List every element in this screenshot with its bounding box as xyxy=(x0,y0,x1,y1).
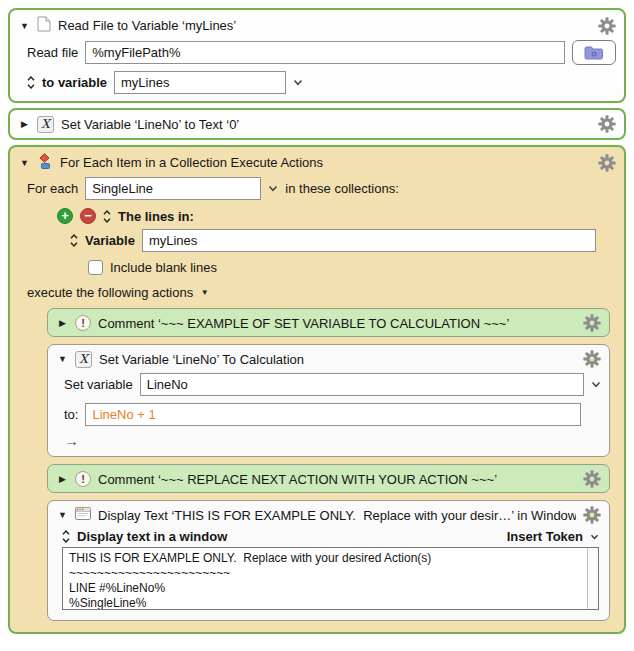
result-arrow-icon xyxy=(64,434,79,449)
action-set-variable-text: Set Variable ‘LineNo’ to Text ‘0’ xyxy=(8,108,626,140)
scrollbar[interactable] xyxy=(587,548,598,609)
set-variable-label: Set variable xyxy=(64,377,133,392)
for-each-icon xyxy=(37,153,53,172)
folder-icon xyxy=(584,45,604,60)
comment-exclamation-icon xyxy=(75,471,91,487)
execute-disclosure-icon[interactable] xyxy=(200,288,209,297)
chevron-down-icon[interactable] xyxy=(590,534,599,540)
action-title: Display Text ‘THIS IS FOR EXAMPLE ONLY. … xyxy=(98,508,576,523)
document-icon xyxy=(37,16,51,35)
display-mode-label: Display text in a window xyxy=(77,529,227,544)
to-label: to: xyxy=(64,407,78,422)
action-set-variable-calculation: Set Variable ‘LineNo’ To Calculation Set… xyxy=(47,344,610,457)
popup-updown-icon xyxy=(27,76,35,89)
include-blank-lines-checkbox[interactable] xyxy=(88,260,103,275)
display-text-content: THIS IS FOR EXAMPLE ONLY. Replace with y… xyxy=(63,548,598,610)
file-path-input[interactable] xyxy=(85,41,565,64)
chevron-down-icon[interactable] xyxy=(591,381,601,388)
gear-icon[interactable] xyxy=(598,115,616,133)
item-variable-input[interactable] xyxy=(85,177,261,200)
chevron-down-icon[interactable] xyxy=(268,185,278,192)
for-each-label: For each xyxy=(27,181,78,196)
disclosure-triangle-icon[interactable] xyxy=(57,474,68,484)
child-action-list: Comment ‘~~~ EXAMPLE OF SET VARIABLE TO … xyxy=(47,308,610,621)
calculation-input[interactable] xyxy=(85,403,581,426)
action-read-file: Read File to Variable ‘myLines’ Read fil… xyxy=(8,8,626,103)
include-blank-lines-label: Include blank lines xyxy=(110,260,217,275)
collections-label: in these collections: xyxy=(285,181,398,196)
gear-icon[interactable] xyxy=(598,17,616,35)
remove-collection-button[interactable] xyxy=(80,208,96,224)
to-variable-label: to variable xyxy=(42,75,107,90)
action-title: Set Variable ‘LineNo’ To Calculation xyxy=(99,352,576,367)
window-icon xyxy=(75,507,91,523)
action-comment-example: Comment ‘~~~ EXAMPLE OF SET VARIABLE TO … xyxy=(47,308,610,337)
variable-x-icon xyxy=(75,351,92,368)
action-header: Read File to Variable ‘myLines’ xyxy=(10,10,624,39)
gear-icon[interactable] xyxy=(598,154,616,172)
disclosure-triangle-icon[interactable] xyxy=(19,158,30,168)
action-title: For Each Item in a Collection Execute Ac… xyxy=(60,155,591,170)
collection-variable-input[interactable] xyxy=(142,229,596,252)
action-header: For Each Item in a Collection Execute Ac… xyxy=(10,147,624,176)
to-variable-input[interactable] xyxy=(114,71,286,94)
action-for-each: For Each Item in a Collection Execute Ac… xyxy=(8,145,626,634)
disclosure-triangle-icon[interactable] xyxy=(19,119,30,129)
action-comment-replace: Comment ‘~~~ REPLACE NEXT ACTION WITH YO… xyxy=(47,464,610,493)
disclosure-triangle-icon[interactable] xyxy=(19,21,30,31)
set-variable-input[interactable] xyxy=(140,373,584,396)
insert-token-button[interactable]: Insert Token xyxy=(507,529,583,544)
comment-exclamation-icon xyxy=(75,315,91,331)
action-display-text: Display Text ‘THIS IS FOR EXAMPLE ONLY. … xyxy=(47,500,610,621)
add-collection-button[interactable] xyxy=(57,208,73,224)
disclosure-triangle-icon[interactable] xyxy=(57,354,68,364)
collection-type-label: The lines in: xyxy=(118,209,194,224)
gear-icon[interactable] xyxy=(583,314,601,332)
disclosure-triangle-icon[interactable] xyxy=(57,510,68,520)
gear-icon[interactable] xyxy=(583,350,601,368)
action-title: Set Variable ‘LineNo’ to Text ‘0’ xyxy=(61,117,591,132)
popup-updown-icon xyxy=(70,234,78,247)
disclosure-triangle-icon[interactable] xyxy=(57,318,68,328)
variable-label: Variable xyxy=(85,233,135,248)
display-text-area[interactable]: THIS IS FOR EXAMPLE ONLY. Replace with y… xyxy=(62,547,599,610)
action-title: Comment ‘~~~ REPLACE NEXT ACTION WITH YO… xyxy=(98,472,576,487)
action-title: Read File to Variable ‘myLines’ xyxy=(58,18,591,33)
action-title: Comment ‘~~~ EXAMPLE OF SET VARIABLE TO … xyxy=(98,316,576,331)
read-file-label: Read file xyxy=(27,45,78,60)
popup-updown-icon xyxy=(62,530,70,543)
popup-updown-icon xyxy=(103,210,111,223)
chevron-down-icon[interactable] xyxy=(293,79,303,86)
gear-icon[interactable] xyxy=(583,506,601,524)
execute-actions-label: execute the following actions xyxy=(27,285,193,300)
gear-icon[interactable] xyxy=(583,470,601,488)
choose-file-button[interactable] xyxy=(572,40,616,65)
variable-x-icon xyxy=(37,116,54,133)
